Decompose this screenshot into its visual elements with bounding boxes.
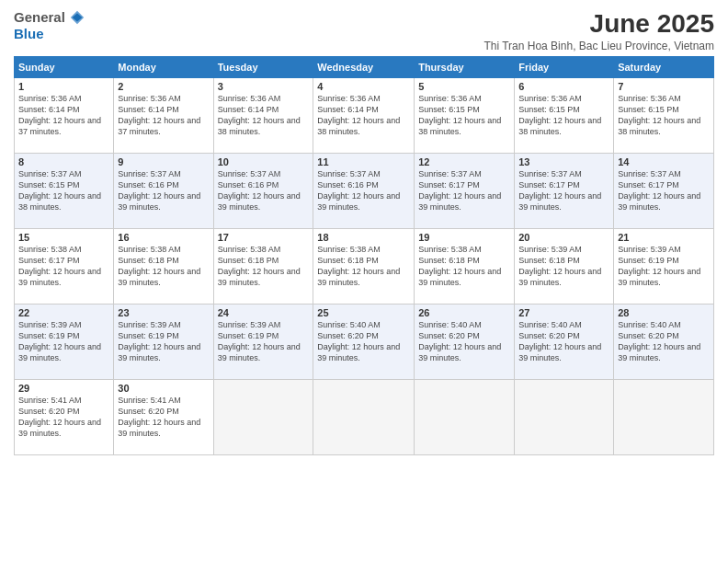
- table-row: 27Sunrise: 5:40 AM Sunset: 6:20 PM Dayli…: [515, 304, 614, 380]
- day-number: 10: [218, 156, 310, 167]
- day-number: 28: [618, 307, 710, 318]
- day-number: 4: [317, 81, 410, 92]
- table-row: 9Sunrise: 5:37 AM Sunset: 6:16 PM Daylig…: [114, 154, 213, 229]
- day-info: Sunrise: 5:36 AM Sunset: 6:14 PM Dayligh…: [18, 93, 109, 138]
- day-number: 16: [118, 232, 209, 243]
- day-number: 26: [418, 307, 510, 318]
- table-row: 1Sunrise: 5:36 AM Sunset: 6:14 PM Daylig…: [15, 78, 114, 154]
- day-info: Sunrise: 5:37 AM Sunset: 6:17 PM Dayligh…: [618, 168, 710, 213]
- table-row: [313, 380, 415, 455]
- col-saturday: Saturday: [614, 57, 714, 78]
- day-info: Sunrise: 5:38 AM Sunset: 6:18 PM Dayligh…: [118, 244, 209, 289]
- table-row: [213, 380, 313, 455]
- table-row: 28Sunrise: 5:40 AM Sunset: 6:20 PM Dayli…: [614, 304, 714, 380]
- table-row: [614, 380, 714, 455]
- col-tuesday: Tuesday: [213, 57, 313, 78]
- table-row: 24Sunrise: 5:39 AM Sunset: 6:19 PM Dayli…: [213, 304, 313, 380]
- day-info: Sunrise: 5:39 AM Sunset: 6:19 PM Dayligh…: [218, 319, 310, 364]
- day-number: 22: [18, 307, 109, 318]
- day-info: Sunrise: 5:37 AM Sunset: 6:16 PM Dayligh…: [317, 168, 410, 213]
- calendar-week-row: 1Sunrise: 5:36 AM Sunset: 6:14 PM Daylig…: [15, 78, 714, 154]
- day-number: 27: [518, 307, 609, 318]
- day-info: Sunrise: 5:39 AM Sunset: 6:18 PM Dayligh…: [518, 244, 609, 289]
- table-row: 12Sunrise: 5:37 AM Sunset: 6:17 PM Dayli…: [415, 154, 515, 229]
- table-row: 8Sunrise: 5:37 AM Sunset: 6:15 PM Daylig…: [15, 154, 114, 229]
- day-number: 18: [317, 232, 410, 243]
- day-info: Sunrise: 5:38 AM Sunset: 6:17 PM Dayligh…: [18, 244, 109, 289]
- day-number: 1: [18, 81, 109, 92]
- day-info: Sunrise: 5:39 AM Sunset: 6:19 PM Dayligh…: [118, 319, 209, 364]
- day-info: Sunrise: 5:40 AM Sunset: 6:20 PM Dayligh…: [317, 319, 410, 364]
- col-sunday: Sunday: [15, 57, 114, 78]
- calendar-week-row: 29Sunrise: 5:41 AM Sunset: 6:20 PM Dayli…: [15, 380, 714, 455]
- day-info: Sunrise: 5:36 AM Sunset: 6:14 PM Dayligh…: [118, 93, 209, 138]
- day-number: 14: [618, 156, 710, 167]
- col-monday: Monday: [114, 57, 213, 78]
- table-row: 22Sunrise: 5:39 AM Sunset: 6:19 PM Dayli…: [15, 304, 114, 380]
- table-row: 21Sunrise: 5:39 AM Sunset: 6:19 PM Dayli…: [614, 229, 714, 304]
- table-row: 6Sunrise: 5:36 AM Sunset: 6:15 PM Daylig…: [515, 78, 614, 154]
- table-row: 30Sunrise: 5:41 AM Sunset: 6:20 PM Dayli…: [114, 380, 213, 455]
- day-info: Sunrise: 5:40 AM Sunset: 6:20 PM Dayligh…: [618, 319, 710, 364]
- day-number: 30: [118, 383, 209, 394]
- day-info: Sunrise: 5:36 AM Sunset: 6:14 PM Dayligh…: [317, 93, 410, 138]
- day-info: Sunrise: 5:36 AM Sunset: 6:15 PM Dayligh…: [618, 93, 710, 138]
- day-number: 6: [518, 81, 609, 92]
- logo: General Blue: [14, 9, 85, 42]
- day-number: 17: [218, 232, 310, 243]
- day-info: Sunrise: 5:37 AM Sunset: 6:16 PM Dayligh…: [218, 168, 310, 213]
- table-row: 13Sunrise: 5:37 AM Sunset: 6:17 PM Dayli…: [515, 154, 614, 229]
- day-number: 19: [418, 232, 510, 243]
- calendar-title: June 2025: [483, 9, 714, 39]
- logo-general: General: [14, 10, 65, 26]
- day-number: 24: [218, 307, 310, 318]
- table-row: 15Sunrise: 5:38 AM Sunset: 6:17 PM Dayli…: [15, 229, 114, 304]
- table-row: 2Sunrise: 5:36 AM Sunset: 6:14 PM Daylig…: [114, 78, 213, 154]
- col-friday: Friday: [515, 57, 614, 78]
- table-row: 7Sunrise: 5:36 AM Sunset: 6:15 PM Daylig…: [614, 78, 714, 154]
- day-number: 23: [118, 307, 209, 318]
- day-number: 3: [218, 81, 310, 92]
- day-info: Sunrise: 5:41 AM Sunset: 6:20 PM Dayligh…: [18, 395, 109, 440]
- table-row: 16Sunrise: 5:38 AM Sunset: 6:18 PM Dayli…: [114, 229, 213, 304]
- logo-icon: [69, 9, 85, 26]
- day-info: Sunrise: 5:38 AM Sunset: 6:18 PM Dayligh…: [317, 244, 410, 289]
- day-number: 15: [18, 232, 109, 243]
- day-number: 20: [518, 232, 609, 243]
- table-row: 17Sunrise: 5:38 AM Sunset: 6:18 PM Dayli…: [213, 229, 313, 304]
- day-number: 5: [418, 81, 510, 92]
- day-info: Sunrise: 5:40 AM Sunset: 6:20 PM Dayligh…: [418, 319, 510, 364]
- calendar-week-row: 15Sunrise: 5:38 AM Sunset: 6:17 PM Dayli…: [15, 229, 714, 304]
- calendar-header-row: Sunday Monday Tuesday Wednesday Thursday…: [15, 57, 714, 78]
- day-info: Sunrise: 5:36 AM Sunset: 6:14 PM Dayligh…: [218, 93, 310, 138]
- table-row: 11Sunrise: 5:37 AM Sunset: 6:16 PM Dayli…: [313, 154, 415, 229]
- day-info: Sunrise: 5:36 AM Sunset: 6:15 PM Dayligh…: [518, 93, 609, 138]
- day-info: Sunrise: 5:38 AM Sunset: 6:18 PM Dayligh…: [218, 244, 310, 289]
- table-row: 23Sunrise: 5:39 AM Sunset: 6:19 PM Dayli…: [114, 304, 213, 380]
- day-info: Sunrise: 5:39 AM Sunset: 6:19 PM Dayligh…: [618, 244, 710, 289]
- table-row: 29Sunrise: 5:41 AM Sunset: 6:20 PM Dayli…: [15, 380, 114, 455]
- day-info: Sunrise: 5:40 AM Sunset: 6:20 PM Dayligh…: [518, 319, 609, 364]
- table-row: 18Sunrise: 5:38 AM Sunset: 6:18 PM Dayli…: [313, 229, 415, 304]
- day-number: 13: [518, 156, 609, 167]
- day-info: Sunrise: 5:37 AM Sunset: 6:17 PM Dayligh…: [418, 168, 510, 213]
- day-number: 7: [618, 81, 710, 92]
- table-row: [515, 380, 614, 455]
- table-row: 19Sunrise: 5:38 AM Sunset: 6:18 PM Dayli…: [415, 229, 515, 304]
- table-row: 25Sunrise: 5:40 AM Sunset: 6:20 PM Dayli…: [313, 304, 415, 380]
- table-row: 5Sunrise: 5:36 AM Sunset: 6:15 PM Daylig…: [415, 78, 515, 154]
- table-row: 26Sunrise: 5:40 AM Sunset: 6:20 PM Dayli…: [415, 304, 515, 380]
- calendar-subtitle: Thi Tran Hoa Binh, Bac Lieu Province, Vi…: [483, 40, 714, 52]
- col-wednesday: Wednesday: [313, 57, 415, 78]
- day-number: 25: [317, 307, 410, 318]
- table-row: 14Sunrise: 5:37 AM Sunset: 6:17 PM Dayli…: [614, 154, 714, 229]
- day-info: Sunrise: 5:37 AM Sunset: 6:15 PM Dayligh…: [18, 168, 109, 213]
- day-number: 21: [618, 232, 710, 243]
- day-number: 8: [18, 156, 109, 167]
- day-number: 2: [118, 81, 209, 92]
- day-number: 11: [317, 156, 410, 167]
- day-info: Sunrise: 5:37 AM Sunset: 6:17 PM Dayligh…: [518, 168, 609, 213]
- table-row: [415, 380, 515, 455]
- day-info: Sunrise: 5:41 AM Sunset: 6:20 PM Dayligh…: [118, 395, 209, 440]
- day-info: Sunrise: 5:37 AM Sunset: 6:16 PM Dayligh…: [118, 168, 209, 213]
